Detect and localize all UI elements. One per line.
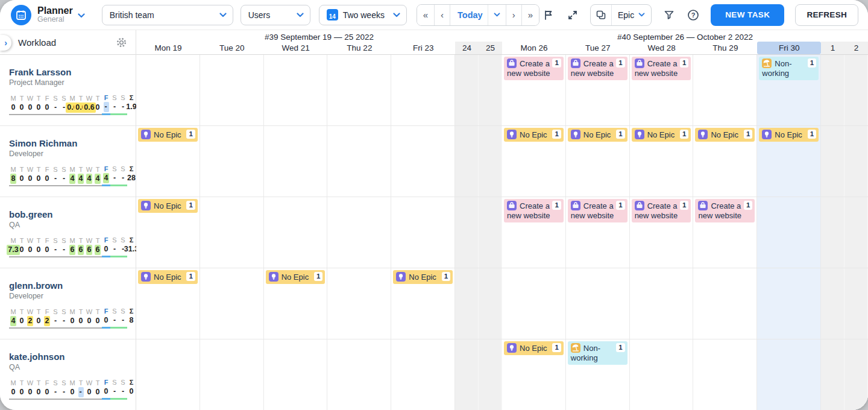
day-cell[interactable]	[479, 339, 502, 410]
day-cell[interactable]	[844, 55, 868, 125]
day-cell[interactable]	[264, 55, 328, 125]
refresh-button[interactable]: REFRESH	[795, 4, 858, 26]
epic-layers-icon[interactable]	[591, 5, 612, 25]
day-cell[interactable]	[136, 55, 200, 125]
day-cell[interactable]	[200, 55, 264, 125]
task-chip[interactable]: Create a new website1	[504, 199, 564, 222]
vacation-chip[interactable]: Non-working1	[568, 341, 627, 365]
day-cell[interactable]	[821, 197, 844, 268]
day-cell[interactable]	[327, 339, 391, 410]
day-cell[interactable]	[136, 339, 200, 410]
day-cell[interactable]: No Epic1	[630, 126, 694, 197]
day-cell[interactable]	[264, 197, 328, 268]
timespan-select[interactable]: 14 Two weeks	[319, 5, 407, 25]
day-cell[interactable]	[391, 197, 455, 268]
new-task-button[interactable]: NEW TASK	[711, 4, 784, 26]
day-cell[interactable]: No Epic1	[757, 126, 821, 197]
task-chip[interactable]: No Epic1	[138, 199, 198, 213]
today-button[interactable]: Today	[450, 5, 488, 25]
day-cell[interactable]: Create a new website1	[630, 55, 694, 125]
day-cell[interactable]	[200, 126, 264, 197]
day-cell[interactable]: No Epic1	[136, 197, 200, 268]
grouping-control[interactable]: Epic	[590, 4, 652, 26]
day-cell[interactable]	[327, 55, 391, 125]
day-cell[interactable]	[757, 197, 821, 268]
task-chip[interactable]: No Epic1	[393, 270, 453, 284]
task-chip[interactable]: No Epic1	[632, 128, 691, 142]
team-select[interactable]: British team	[102, 5, 233, 25]
day-cell[interactable]	[327, 268, 391, 339]
day-cell[interactable]: Create a new website1	[693, 197, 757, 268]
day-cell[interactable]	[479, 55, 502, 125]
day-cell[interactable]: No Epic1	[391, 268, 455, 339]
day-cell[interactable]	[693, 268, 757, 339]
user-name[interactable]: Frank Larsson	[9, 67, 131, 77]
day-cell[interactable]: Create a new website1	[630, 197, 694, 268]
day-cell[interactable]	[479, 126, 502, 197]
day-cell[interactable]	[693, 55, 757, 125]
epic-select[interactable]: Epic	[612, 10, 651, 20]
day-cell[interactable]	[693, 339, 757, 410]
task-chip[interactable]: No Epic1	[266, 270, 326, 284]
task-chip[interactable]: No Epic1	[695, 128, 755, 142]
task-chip[interactable]: No Epic1	[759, 128, 819, 142]
day-cell[interactable]: Non-working1	[566, 339, 630, 410]
day-cell[interactable]: No Epic1	[502, 339, 566, 410]
prev-button[interactable]: ‹	[434, 5, 450, 25]
day-cell[interactable]	[200, 268, 264, 339]
day-cell[interactable]	[391, 126, 455, 197]
day-cell[interactable]: No Epic1	[264, 268, 328, 339]
group-by-select[interactable]: Users	[241, 5, 310, 25]
user-name[interactable]: bob.green	[9, 209, 131, 219]
day-cell[interactable]: Create a new website1	[502, 197, 566, 268]
user-name[interactable]: Simon Richman	[9, 138, 131, 148]
day-cell[interactable]	[455, 339, 479, 410]
task-chip[interactable]: Create a new website1	[695, 199, 755, 222]
day-cell[interactable]: Non-working1	[757, 55, 821, 125]
day-cell[interactable]	[391, 339, 455, 410]
day-cell[interactable]	[844, 126, 868, 197]
jump-back-button[interactable]: «	[417, 5, 434, 25]
day-cell[interactable]	[844, 339, 868, 410]
day-cell[interactable]	[200, 339, 264, 410]
day-cell[interactable]	[327, 197, 391, 268]
day-cell[interactable]	[566, 268, 630, 339]
day-cell[interactable]	[479, 268, 502, 339]
day-cell[interactable]: No Epic1	[502, 126, 566, 197]
day-cell[interactable]	[757, 268, 821, 339]
day-cell[interactable]: Create a new website1	[566, 55, 630, 125]
app-switcher-chevron-icon[interactable]	[78, 10, 85, 20]
task-chip[interactable]: Create a new website1	[632, 57, 691, 80]
task-chip[interactable]: No Epic1	[504, 341, 564, 355]
help-icon[interactable]: ?	[687, 8, 700, 22]
day-cell[interactable]: Create a new website1	[566, 197, 630, 268]
user-name[interactable]: glenn.brown	[9, 280, 131, 291]
day-cell[interactable]	[479, 197, 502, 268]
vacation-chip[interactable]: Non-working1	[759, 57, 819, 80]
day-cell[interactable]	[630, 339, 694, 410]
jump-forward-button[interactable]: »	[521, 5, 539, 25]
day-cell[interactable]	[821, 339, 844, 410]
day-cell[interactable]	[264, 339, 328, 410]
day-cell[interactable]: Create a new website1	[502, 55, 566, 125]
task-chip[interactable]: Create a new website1	[632, 199, 691, 222]
day-cell[interactable]	[327, 126, 391, 197]
day-cell[interactable]	[455, 126, 479, 197]
gear-icon[interactable]	[116, 37, 127, 48]
day-cell[interactable]	[455, 55, 479, 125]
day-cell[interactable]	[757, 339, 821, 410]
day-cell[interactable]: No Epic1	[693, 126, 757, 197]
day-cell[interactable]	[844, 268, 868, 339]
filter-icon[interactable]	[662, 8, 676, 22]
task-chip[interactable]: Create a new website1	[568, 57, 627, 80]
day-cell[interactable]	[455, 268, 479, 339]
task-chip[interactable]: No Epic1	[504, 128, 564, 142]
day-cell[interactable]: No Epic1	[566, 126, 630, 197]
task-chip[interactable]: No Epic1	[568, 128, 627, 142]
task-chip[interactable]: No Epic1	[138, 270, 198, 284]
day-cell[interactable]: No Epic1	[136, 268, 200, 339]
user-name[interactable]: kate.johnson	[9, 352, 131, 362]
day-cell[interactable]	[200, 197, 264, 268]
planner-logo-icon[interactable]	[11, 5, 31, 25]
day-cell[interactable]	[502, 268, 566, 339]
